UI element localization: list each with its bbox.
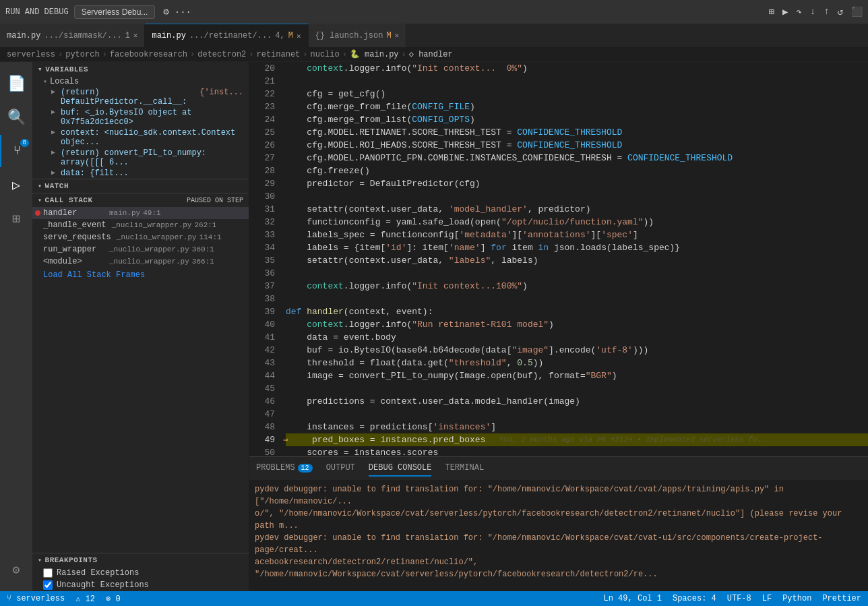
step-out-icon[interactable]: ↑ (824, 6, 829, 18)
locals-label: Locals (50, 77, 79, 86)
tab-close-1[interactable]: ✕ (133, 31, 138, 40)
more-icon[interactable]: ··· (175, 7, 191, 18)
code-content: context.logger.info("Init context... 0%"… (279, 62, 868, 456)
chevron-callstack: ▾ (38, 196, 42, 204)
sidebar-panel: ▾ VARIABLES ▾ Locals ▶ (return) DefaultP… (32, 62, 249, 591)
run-debug-label: RUN AND DEBUG (5, 7, 69, 17)
stack-item-run-wrapper[interactable]: run_wrapper _nuclio_wrapper.py 360:1 (32, 243, 249, 255)
panel-line-2: o/", "/home/nmanovic/Workspace/cvat/serv… (255, 508, 863, 532)
problems-badge: 12 (298, 464, 313, 473)
status-warnings[interactable]: ⚠ 12 (75, 594, 95, 604)
tab-terminal[interactable]: TERMINAL (445, 460, 484, 477)
extensions-icon[interactable]: ⊞ (0, 202, 32, 235)
callstack-header[interactable]: ▾ CALL STACK PAUSED ON STEP (32, 193, 249, 207)
top-bar: RUN AND DEBUG Serverless Debu... ⚙ ··· ⊞… (0, 0, 868, 24)
editor-area: 2021222324 2526272829 3031323334 3536373… (249, 62, 868, 591)
grid-icon[interactable]: ⊞ (768, 6, 774, 18)
stop-icon[interactable]: ⬛ (851, 6, 863, 18)
load-all-stack-frames-link[interactable]: Load All Stack Frames (32, 268, 249, 282)
stack-item-handle-event[interactable]: _handle_event _nuclio_wrapper.py 262:1 (32, 219, 249, 231)
uncaught-exceptions-checkbox[interactable] (43, 580, 53, 590)
line-numbers: 2021222324 2526272829 3031323334 3536373… (249, 62, 279, 456)
variables-header[interactable]: ▾ VARIABLES (32, 62, 249, 76)
locals-group[interactable]: ▾ Locals (32, 76, 249, 87)
settings-icon[interactable]: ⚙ (163, 6, 168, 18)
code-editor[interactable]: 2021222324 2526272829 3031323334 3536373… (249, 62, 868, 456)
chevron-down-icon: ▾ (38, 65, 42, 73)
code-line-40: context.logger.info("Run retinanet-R101 … (286, 318, 868, 331)
stack-item-serve-requests[interactable]: serve_requests _nuclio_wrapper.py 114:1 (32, 231, 249, 243)
status-position[interactable]: Ln 49, Col 1 (604, 594, 662, 603)
tab-launch-json[interactable]: {} launch.json M ✕ (309, 24, 407, 47)
tab-path-1: .../siammask/... (44, 31, 121, 40)
code-line-38 (286, 293, 868, 305)
status-right: Ln 49, Col 1 Spaces: 4 UTF-8 LF Python P… (604, 594, 861, 603)
step-over-icon[interactable]: ↷ (796, 6, 801, 18)
tab-problems[interactable]: PROBLEMS 12 (256, 460, 313, 477)
status-errors[interactable]: ⊗ 0 (106, 594, 121, 604)
code-line-50: scores = instances.scores (286, 446, 868, 456)
code-line-22: cfg = get_cfg() (286, 88, 868, 100)
tab-close-2[interactable]: ✕ (297, 32, 301, 40)
variables-section: ▾ VARIABLES ▾ Locals ▶ (return) DefaultP… (32, 62, 249, 179)
var-context[interactable]: ▶ context: <nuclio_sdk.context.Context o… (32, 127, 249, 148)
var-return-predictor[interactable]: ▶ (return) DefaultPredictor.__call__: {'… (32, 87, 249, 107)
tab-main-retina[interactable]: main.py .../retinanet/... 4, M ✕ (145, 24, 308, 47)
paused-badge: PAUSED ON STEP (187, 197, 243, 204)
code-line-36 (286, 267, 868, 280)
code-line-45 (286, 382, 868, 395)
var-name-1: (return) DefaultPredictor.__call__: (61, 88, 197, 107)
breakpoints-header[interactable]: ▾ BREAKPOINTS (32, 553, 249, 567)
stack-name-serve-requests: serve_requests (43, 233, 111, 242)
status-language[interactable]: Python (782, 594, 811, 603)
bottom-panel: PROBLEMS 12 OUTPUT DEBUG CONSOLE TERMINA… (249, 456, 868, 591)
status-encoding[interactable]: UTF-8 (727, 594, 751, 603)
run-icon[interactable]: ▷ (0, 169, 32, 201)
tab-count-1: 1 (125, 31, 130, 40)
tab-close-3[interactable]: ✕ (395, 31, 400, 40)
watch-section: ▾ WATCH (32, 179, 249, 193)
variables-title: VARIABLES (45, 65, 88, 73)
status-eol[interactable]: LF (762, 594, 772, 603)
code-line-21 (286, 75, 868, 88)
code-line-24: cfg.merge_from_list(CONFIG_OPTS) (286, 113, 868, 126)
tabs-bar: main.py .../siammask/... 1 ✕ main.py ...… (0, 24, 868, 47)
tab-main-siam[interactable]: main.py .../siammask/... 1 ✕ (0, 24, 145, 47)
code-line-48: instances = predictions['instances'] (286, 421, 868, 433)
status-branch[interactable]: ⑂ serverless (7, 594, 65, 603)
status-spaces[interactable]: Spaces: 4 (673, 594, 716, 603)
status-formatter[interactable]: Prettier (822, 594, 861, 603)
stack-name-handle-event: _handle_event (43, 220, 106, 230)
code-line-35: setattr(context.user_data, "labels", lab… (286, 254, 868, 267)
tab-output[interactable]: OUTPUT (326, 460, 355, 477)
tab-debug-console[interactable]: DEBUG CONSOLE (369, 460, 432, 477)
serverless-debug-button[interactable]: Serverless Debu... (74, 5, 156, 19)
raised-exceptions-checkbox[interactable] (43, 568, 53, 578)
stack-item-module[interactable]: <module> _nuclio_wrapper.py 366:1 (32, 255, 249, 268)
panel-line-4: pydev debugger: unable to find translati… (255, 532, 863, 556)
var-buf[interactable]: ▶ buf: <_io.BytesIO object at 0x7f5a2dc1… (32, 107, 249, 127)
terminal-label: TERMINAL (445, 463, 484, 473)
source-control-icon[interactable]: ⑂ 8 (0, 135, 32, 167)
step-into-icon[interactable]: ↓ (810, 6, 815, 18)
panel-line-5: acebookresearch/detectron2/retinanet/nuc… (255, 556, 863, 580)
var-data[interactable]: ▶ data: {filt... (32, 168, 249, 179)
code-line-33: labels_spec = functionconfig['metadata']… (286, 229, 868, 241)
var-return-convert[interactable]: ▶ (return) convert_PIL_to_numpy: array([… (32, 148, 249, 168)
settings-activity-icon[interactable]: ⚙ (0, 553, 32, 586)
chevron-down-locals: ▾ (43, 78, 47, 86)
tab-modified-3: M (386, 31, 391, 40)
watch-header[interactable]: ▾ WATCH (32, 179, 249, 193)
continue-icon[interactable]: ▶ (782, 6, 788, 18)
stack-item-handler[interactable]: handler main.py 49:1 (32, 207, 249, 219)
code-line-28: cfg.freeze() (286, 164, 868, 177)
code-line-34: labels = {item['id']: item['name'] for i… (286, 241, 868, 254)
breakpoints-title: BREAKPOINTS (45, 556, 98, 564)
explorer-icon[interactable]: 📄 (0, 67, 32, 100)
breakpoint-arrow-icon: ⇒ (283, 433, 288, 446)
var-name-5: data: {filt... (61, 169, 129, 178)
expand-icon: ▶ (51, 88, 61, 96)
code-line-44: image = convert_PIL_to_numpy(Image.open(… (286, 369, 868, 382)
search-icon[interactable]: 🔍 (0, 101, 32, 133)
restart-icon[interactable]: ↺ (838, 6, 843, 18)
